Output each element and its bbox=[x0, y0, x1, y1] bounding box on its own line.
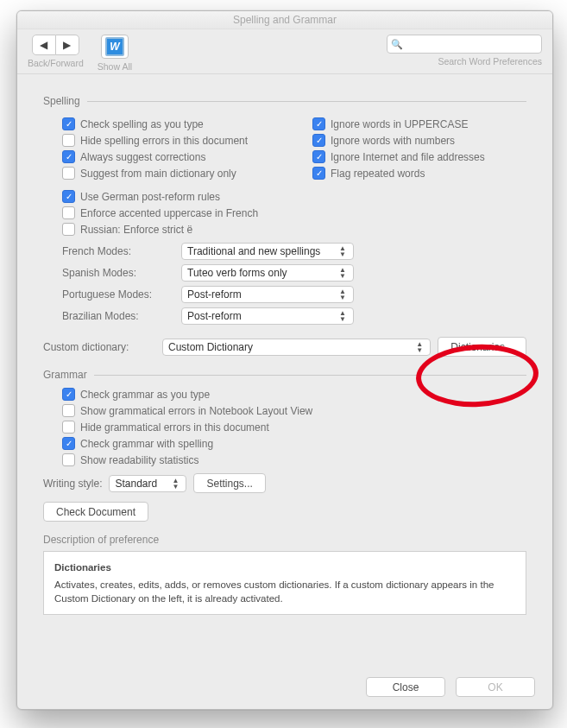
checkbox[interactable]: ✓ bbox=[62, 117, 75, 130]
checkmark-icon: ✓ bbox=[66, 390, 72, 399]
checkbox-label: Check grammar with spelling bbox=[80, 438, 213, 450]
checkbox[interactable] bbox=[62, 134, 75, 147]
mode-label: Brazilian Modes: bbox=[62, 310, 174, 322]
grammar-item-2[interactable]: Hide grammatical errors in this document bbox=[62, 421, 526, 434]
checkmark-icon: ✓ bbox=[316, 120, 323, 129]
show-all-label: Show All bbox=[98, 61, 132, 72]
checkbox-label: Show grammatical errors in Notebook Layo… bbox=[80, 405, 312, 417]
back-forward-label: Back/Forward bbox=[28, 58, 84, 68]
mode-row-3: Brazilian Modes:Post-reform▲▼ bbox=[62, 307, 526, 325]
grammar-item-4[interactable]: Show readability statistics bbox=[62, 453, 526, 466]
description-heading: Description of preference bbox=[43, 534, 526, 546]
chevron-updown-icon: ▲▼ bbox=[337, 267, 348, 279]
writing-style-select[interactable]: Standard ▲▼ bbox=[109, 475, 186, 492]
mode-row-0: French Modes:Traditional and new spellin… bbox=[62, 243, 526, 260]
mode-value: Post-reform bbox=[187, 288, 242, 301]
grammar-item-1[interactable]: Show grammatical errors in Notebook Layo… bbox=[62, 404, 526, 417]
spelling-lang-0[interactable]: ✓Use German post-reform rules bbox=[62, 190, 526, 203]
checkbox-label: Always suggest corrections bbox=[80, 151, 205, 163]
custom-dictionary-select[interactable]: Custom Dictionary ▲▼ bbox=[162, 339, 431, 356]
checkbox-label: Use German post-reform rules bbox=[80, 191, 220, 203]
checkbox[interactable]: ✓ bbox=[62, 388, 75, 401]
search-icon: 🔍 bbox=[391, 39, 403, 50]
checkbox[interactable] bbox=[62, 404, 75, 417]
checkbox[interactable]: ✓ bbox=[312, 150, 325, 163]
search-input[interactable]: 🔍 bbox=[387, 35, 542, 54]
spelling-right-3[interactable]: ✓Flag repeated words bbox=[312, 167, 528, 180]
checkbox[interactable]: ✓ bbox=[62, 437, 75, 450]
grammar-section: Grammar ✓Check grammar as you typeShow g… bbox=[43, 369, 526, 522]
checkbox[interactable] bbox=[62, 167, 75, 180]
checkbox[interactable]: ✓ bbox=[312, 167, 325, 180]
checkbox-label: Russian: Enforce strict ё bbox=[80, 224, 192, 236]
spelling-left-3[interactable]: Suggest from main dictionary only bbox=[62, 167, 278, 180]
checkmark-icon: ✓ bbox=[316, 169, 323, 178]
toolbar: ◀ ▶ Back/Forward W Show All 🔍 Search Wor… bbox=[17, 29, 552, 74]
word-app-icon: W bbox=[105, 37, 124, 56]
checkmark-icon: ✓ bbox=[316, 136, 323, 145]
writing-style-label: Writing style: bbox=[43, 478, 102, 490]
checkbox-label: Hide spelling errors in this document bbox=[80, 135, 248, 147]
description-body: Activates, creates, edits, adds, or remo… bbox=[54, 578, 515, 605]
checkbox[interactable] bbox=[62, 453, 75, 466]
writing-style-value: Standard bbox=[115, 478, 157, 490]
checkbox[interactable] bbox=[62, 223, 75, 236]
spelling-lang-2[interactable]: Russian: Enforce strict ё bbox=[62, 223, 526, 236]
mode-label: Portuguese Modes: bbox=[62, 288, 174, 301]
ok-button[interactable]: OK bbox=[456, 677, 535, 697]
mode-row-2: Portuguese Modes:Post-reform▲▼ bbox=[62, 286, 526, 303]
mode-label: French Modes: bbox=[62, 245, 174, 257]
grammar-item-3[interactable]: ✓Check grammar with spelling bbox=[62, 437, 526, 450]
checkbox-label: Ignore words in UPPERCASE bbox=[331, 118, 468, 130]
checkmark-icon: ✓ bbox=[66, 120, 72, 129]
mode-row-1: Spanish Modes:Tuteo verb forms only▲▼ bbox=[62, 264, 526, 282]
mode-value: Traditional and new spellings bbox=[187, 245, 320, 257]
checkbox[interactable] bbox=[62, 206, 75, 219]
window-title: Spelling and Grammar bbox=[17, 11, 552, 29]
mode-select-3[interactable]: Post-reform▲▼ bbox=[181, 307, 354, 325]
grammar-settings-button[interactable]: Settings... bbox=[193, 473, 265, 493]
mode-select-0[interactable]: Traditional and new spellings▲▼ bbox=[181, 243, 354, 260]
mode-label: Spanish Modes: bbox=[62, 267, 174, 279]
close-button[interactable]: Close bbox=[366, 677, 445, 697]
spelling-right-2[interactable]: ✓Ignore Internet and file addresses bbox=[312, 150, 528, 163]
spelling-lang-1[interactable]: Enforce accented uppercase in French bbox=[62, 206, 526, 219]
checkmark-icon: ✓ bbox=[316, 153, 323, 161]
grammar-heading: Grammar bbox=[43, 369, 87, 381]
checkbox-label: Check spelling as you type bbox=[80, 118, 204, 130]
forward-button[interactable]: ▶ bbox=[56, 35, 79, 55]
chevron-updown-icon: ▲▼ bbox=[337, 310, 348, 322]
spelling-left-2[interactable]: ✓Always suggest corrections bbox=[62, 150, 278, 163]
chevron-updown-icon: ▲▼ bbox=[337, 288, 348, 301]
mode-select-2[interactable]: Post-reform▲▼ bbox=[181, 286, 354, 303]
checkbox[interactable] bbox=[62, 421, 75, 434]
grammar-item-0[interactable]: ✓Check grammar as you type bbox=[62, 388, 526, 401]
checkbox[interactable]: ✓ bbox=[62, 150, 75, 163]
checkbox-label: Ignore words with numbers bbox=[331, 135, 455, 147]
back-button[interactable]: ◀ bbox=[32, 35, 56, 55]
checkbox-label: Ignore Internet and file addresses bbox=[331, 151, 485, 163]
search-label: Search Word Preferences bbox=[438, 56, 542, 66]
mode-select-1[interactable]: Tuteo verb forms only▲▼ bbox=[181, 264, 354, 282]
show-all-button[interactable]: W bbox=[101, 35, 129, 59]
checkbox[interactable]: ✓ bbox=[312, 117, 325, 130]
spelling-left-0[interactable]: ✓Check spelling as you type bbox=[62, 117, 278, 130]
checkbox[interactable]: ✓ bbox=[312, 134, 325, 147]
spelling-right-0[interactable]: ✓Ignore words in UPPERCASE bbox=[312, 117, 528, 130]
checkmark-icon: ✓ bbox=[66, 153, 72, 161]
spelling-section: Spelling ✓Check spelling as you typeHide… bbox=[43, 95, 526, 357]
checkbox-label: Enforce accented uppercase in French bbox=[80, 207, 258, 219]
checkbox-label: Show readability statistics bbox=[80, 454, 198, 466]
spelling-right-1[interactable]: ✓Ignore words with numbers bbox=[312, 134, 528, 147]
chevron-updown-icon: ▲▼ bbox=[337, 245, 348, 257]
description-section: Description of preference Dictionaries A… bbox=[43, 534, 526, 615]
checkbox-label: Check grammar as you type bbox=[80, 389, 210, 401]
checkbox[interactable]: ✓ bbox=[62, 190, 75, 203]
spelling-left-1[interactable]: Hide spelling errors in this document bbox=[62, 134, 278, 147]
custom-dictionary-label: Custom dictionary: bbox=[43, 341, 155, 353]
checkbox-label: Suggest from main dictionary only bbox=[80, 168, 236, 180]
mode-value: Post-reform bbox=[187, 310, 242, 322]
check-document-button[interactable]: Check Document bbox=[43, 502, 148, 522]
dictionaries-button[interactable]: Dictionaries... bbox=[438, 337, 526, 357]
mode-value: Tuteo verb forms only bbox=[187, 267, 287, 279]
